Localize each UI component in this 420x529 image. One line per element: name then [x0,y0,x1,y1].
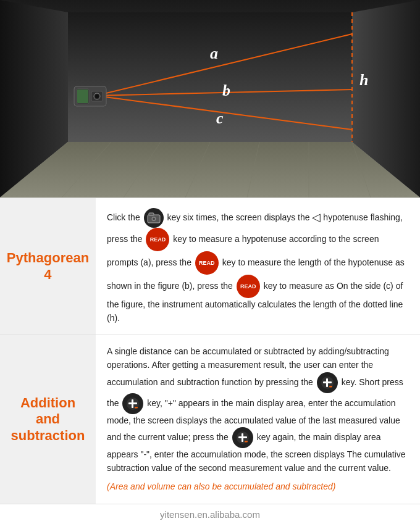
add-button-1 [317,372,338,393]
svg-text:c: c [216,109,224,127]
svg-text:b: b [222,81,230,99]
pythagorean-text: Click the key six times, the screen disp… [107,208,409,325]
svg-rect-23 [77,90,88,103]
read-button-2: READ [195,251,219,275]
svg-text:a: a [210,44,218,62]
camera-icon [144,208,164,228]
footer: yitensen.en.alibaba.com [0,504,420,526]
svg-rect-41 [245,441,248,443]
add-button-2 [122,393,143,414]
pythagorean-content: Click the key six times, the screen disp… [96,198,420,335]
addition-note: (Area and volume can also be accumulated… [107,480,409,494]
hypotenuse-symbol: ◁ [312,209,321,227]
pythagorean-section: Pythagorean4 Click the key six times, th… [0,198,420,335]
svg-rect-40 [242,433,243,442]
addition-label: Additionandsubtraction [0,335,96,503]
svg-rect-27 [149,213,154,215]
svg-rect-37 [135,407,138,409]
svg-marker-3 [0,142,420,198]
svg-rect-32 [326,378,328,387]
addition-text: A single distance can be accumulated or … [107,345,409,475]
read-button-3: READ [237,275,260,298]
room-diagram: a b c h (calculated automatically) [0,0,420,198]
add-button-3 [232,427,253,448]
footer-text: yitensen.en.alibaba.com [160,509,260,520]
read-button-1: READ [146,228,169,251]
svg-rect-33 [329,386,332,388]
svg-text:h: h [359,71,368,89]
svg-rect-36 [132,399,133,408]
svg-point-25 [95,94,99,98]
svg-point-29 [153,218,155,220]
addition-content: A single distance can be accumulated or … [96,335,420,503]
pythagorean-label: Pythagorean4 [0,198,96,335]
svg-marker-0 [68,12,352,142]
addition-section: Additionandsubtraction A single distance… [0,335,420,503]
